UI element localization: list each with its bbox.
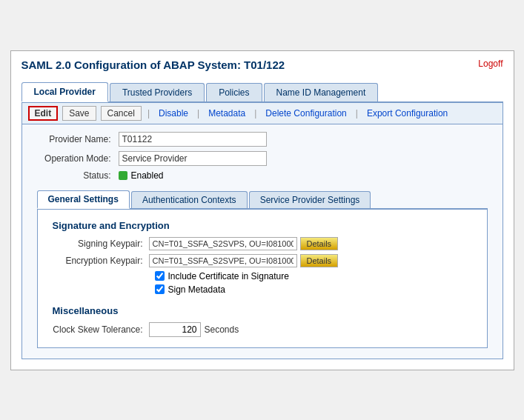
inner-tab-general-settings[interactable]: General Settings — [37, 190, 130, 209]
save-button[interactable]: Save — [62, 106, 96, 121]
signing-keypair-input[interactable] — [149, 237, 297, 250]
inner-tab-service-provider-settings[interactable]: Service Provider Settings — [249, 191, 371, 208]
misc-section-title: Miscellaneous — [53, 305, 472, 316]
clock-skew-row: Clock Skew Tolerance: Seconds — [53, 322, 472, 337]
provider-name-row: Provider Name: — [37, 132, 488, 147]
status-value-area: Enabled — [119, 170, 164, 181]
include-cert-row: Include Certificate in Signature — [155, 271, 472, 281]
encryption-keypair-row: Encryption Keypair: Details — [53, 254, 472, 267]
operation-mode-label: Operation Mode: — [37, 153, 119, 164]
sign-metadata-label: Sign Metadata — [168, 284, 225, 295]
separator-3: | — [254, 108, 256, 119]
edit-button[interactable]: Edit — [28, 106, 59, 121]
separator-2: | — [197, 108, 199, 119]
signing-keypair-row: Signing Keypair: Details — [53, 237, 472, 250]
include-cert-checkbox[interactable] — [155, 271, 165, 281]
sign-metadata-checkbox[interactable] — [155, 284, 165, 294]
encryption-keypair-input[interactable] — [149, 254, 297, 267]
operation-mode-row: Operation Mode: — [37, 151, 488, 166]
cancel-button[interactable]: Cancel — [101, 106, 142, 121]
form-area: Provider Name: Operation Mode: Status: E… — [21, 124, 503, 359]
disable-link[interactable]: Disable — [156, 107, 191, 120]
page-title: SAML 2.0 Configuration of ABAP System: T… — [21, 59, 285, 71]
separator-4: | — [356, 108, 358, 119]
status-icon — [119, 171, 127, 180]
tab-name-id-management[interactable]: Name ID Management — [264, 83, 379, 101]
seconds-label: Seconds — [205, 324, 239, 335]
export-config-link[interactable]: Export Configuration — [364, 107, 451, 120]
logoff-link[interactable]: Logoff — [478, 59, 503, 69]
inner-tab-auth-contexts[interactable]: Authentication Contexts — [131, 191, 248, 208]
tab-policies[interactable]: Policies — [206, 83, 262, 101]
provider-name-input[interactable] — [119, 132, 267, 147]
operation-mode-input[interactable] — [119, 151, 267, 166]
encryption-details-button[interactable]: Details — [300, 254, 339, 267]
sign-metadata-row: Sign Metadata — [155, 284, 472, 295]
clock-skew-label: Clock Skew Tolerance: — [53, 324, 149, 335]
include-cert-label: Include Certificate in Signature — [168, 271, 289, 281]
status-value: Enabled — [131, 170, 164, 181]
inner-content: Signature and Encryption Signing Keypair… — [37, 210, 488, 348]
main-container: SAML 2.0 Configuration of ABAP System: T… — [10, 50, 514, 370]
signature-section-title: Signature and Encryption — [53, 220, 472, 231]
provider-name-label: Provider Name: — [37, 134, 119, 144]
status-row: Status: Enabled — [37, 170, 488, 181]
delete-config-link[interactable]: Delete Configuration — [262, 107, 349, 120]
signing-keypair-label: Signing Keypair: — [53, 239, 149, 249]
misc-section: Miscellaneous Clock Skew Tolerance: Seco… — [53, 305, 472, 337]
tab-trusted-providers[interactable]: Trusted Providers — [110, 83, 205, 101]
separator-1: | — [147, 108, 150, 119]
encryption-keypair-label: Encryption Keypair: — [53, 256, 149, 266]
clock-skew-input[interactable] — [149, 322, 201, 337]
tab-local-provider[interactable]: Local Provider — [21, 82, 108, 102]
metadata-link[interactable]: Metadata — [205, 107, 248, 120]
inner-tabs-row: General Settings Authentication Contexts… — [37, 190, 488, 210]
main-tabs-row: Local Provider Trusted Providers Policie… — [21, 81, 503, 103]
toolbar: Edit Save Cancel | Disable | Metadata | … — [21, 103, 503, 124]
signing-details-button[interactable]: Details — [300, 237, 339, 250]
status-label: Status: — [37, 170, 119, 181]
